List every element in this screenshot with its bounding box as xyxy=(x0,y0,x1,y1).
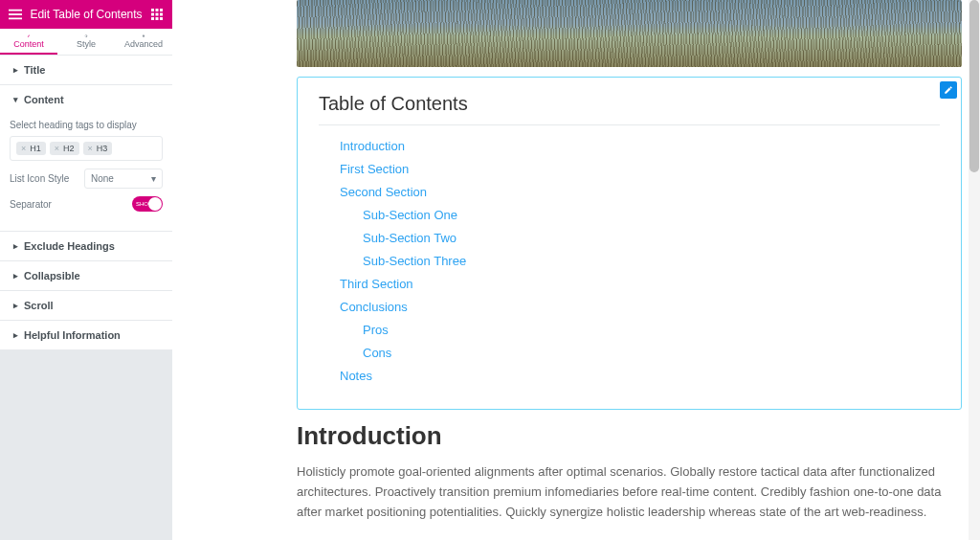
tag-h2[interactable]: ×H2 xyxy=(50,142,79,155)
edit-widget-icon[interactable] xyxy=(940,81,957,99)
accordion: ▸ Title ▾ Content Select heading tags to… xyxy=(0,56,172,350)
caret-right-icon: ▸ xyxy=(13,271,18,281)
section-label: Collapsible xyxy=(24,270,80,281)
heading-tags-label: Select heading tags to display xyxy=(10,120,163,130)
svg-rect-0 xyxy=(9,10,22,11)
toc-sublink[interactable]: Sub-Section Two xyxy=(363,231,457,245)
caret-right-icon: ▸ xyxy=(13,301,18,310)
toc-link[interactable]: Third Section xyxy=(340,277,413,291)
tab-label: Content xyxy=(13,39,44,49)
tag-remove-icon[interactable]: × xyxy=(55,144,59,153)
toc-divider xyxy=(319,124,940,125)
toc-link[interactable]: Notes xyxy=(340,369,372,383)
section-header[interactable]: ▸ Collapsible xyxy=(0,261,172,290)
section-header[interactable]: ▸ Helpful Information xyxy=(0,321,172,349)
scrollbar-thumb[interactable] xyxy=(969,0,979,172)
section-header[interactable]: ▸ Title xyxy=(0,56,172,84)
toc-title: Table of Contents xyxy=(319,93,940,115)
svg-rect-8 xyxy=(160,13,163,16)
section-scroll: ▸ Scroll xyxy=(0,291,172,321)
tab-style[interactable]: Style xyxy=(57,29,115,55)
apps-icon[interactable] xyxy=(149,7,165,22)
caret-down-icon: ▾ xyxy=(13,95,18,104)
section-label: Exclude Headings xyxy=(24,240,115,252)
svg-rect-4 xyxy=(156,9,159,11)
caret-right-icon: ▸ xyxy=(13,330,18,340)
section-collapsible: ▸ Collapsible xyxy=(0,261,172,291)
section-label: Title xyxy=(24,64,45,76)
tab-bar: Content Style Advanced xyxy=(0,29,172,56)
section-title: ▸ Title xyxy=(0,56,172,85)
heading-tags-input[interactable]: ×H1 ×H2 ×H3 xyxy=(10,136,163,161)
section-body: Select heading tags to display ×H1 ×H2 ×… xyxy=(0,114,172,231)
tab-content[interactable]: Content xyxy=(0,29,57,55)
section-help: ▸ Helpful Information xyxy=(0,321,172,350)
scrollbar[interactable] xyxy=(969,0,980,540)
section-header[interactable]: ▾ Content xyxy=(0,85,172,114)
svg-rect-3 xyxy=(151,9,154,11)
tag-remove-icon[interactable]: × xyxy=(88,144,93,153)
svg-rect-11 xyxy=(160,17,163,20)
toggle-knob xyxy=(148,197,162,211)
svg-rect-2 xyxy=(9,18,22,20)
tag-h3[interactable]: ×H3 xyxy=(83,142,113,155)
section-content: ▾ Content Select heading tags to display… xyxy=(0,85,172,232)
panel-title: Edit Table of Contents xyxy=(23,8,149,21)
sidebar: Edit Table of Contents Content Style Adv… xyxy=(0,0,172,540)
section-header[interactable]: ▸ Scroll xyxy=(0,291,172,320)
tab-label: Advanced xyxy=(124,39,163,49)
svg-rect-7 xyxy=(156,13,159,16)
svg-rect-9 xyxy=(151,17,154,20)
toc-link[interactable]: Introduction xyxy=(340,139,405,153)
article-paragraph: Holisticly promote goal-oriented alignme… xyxy=(297,462,962,522)
toc-sublink[interactable]: Sub-Section One xyxy=(363,208,457,222)
caret-right-icon: ▸ xyxy=(13,241,18,251)
article-heading: Introduction xyxy=(297,421,962,451)
toc-widget[interactable]: Table of Contents Introduction First Sec… xyxy=(297,77,962,410)
svg-rect-10 xyxy=(156,17,159,20)
article: Introduction Holisticly promote goal-ori… xyxy=(297,421,962,540)
preview-canvas: Table of Contents Introduction First Sec… xyxy=(172,0,980,540)
toc-sublink[interactable]: Pros xyxy=(363,323,389,337)
section-header[interactable]: ▸ Exclude Headings xyxy=(0,232,172,260)
chevron-down-icon: ▾ xyxy=(151,173,156,184)
separator-toggle[interactable]: Show xyxy=(132,196,163,212)
svg-rect-5 xyxy=(160,9,163,11)
section-label: Helpful Information xyxy=(24,329,121,341)
tab-advanced[interactable]: Advanced xyxy=(115,29,172,55)
caret-right-icon: ▸ xyxy=(13,65,18,75)
sidebar-header: Edit Table of Contents xyxy=(0,0,172,29)
section-label: Content xyxy=(24,94,64,105)
list-icon-select[interactable]: None ▾ xyxy=(84,169,163,189)
toc-link[interactable]: First Section xyxy=(340,162,409,176)
svg-rect-1 xyxy=(9,13,22,15)
article-paragraph: Energistically revolutionize excellent t… xyxy=(297,535,962,540)
section-label: Scroll xyxy=(24,300,54,311)
toc-list: Introduction First Section Second Sectio… xyxy=(319,139,940,383)
toc-link[interactable]: Conclusions xyxy=(340,300,408,314)
svg-rect-6 xyxy=(151,13,154,16)
tag-remove-icon[interactable]: × xyxy=(21,144,26,153)
list-icon-label: List Icon Style xyxy=(10,173,69,184)
separator-label: Separator xyxy=(10,199,52,210)
toc-link[interactable]: Second Section xyxy=(340,185,427,199)
section-exclude: ▸ Exclude Headings xyxy=(0,232,172,261)
toc-sublink[interactable]: Sub-Section Three xyxy=(363,254,466,268)
tag-h1[interactable]: ×H1 xyxy=(16,142,46,155)
tab-label: Style xyxy=(77,39,96,49)
hero-image xyxy=(297,0,962,67)
toc-sublink[interactable]: Cons xyxy=(363,346,391,360)
menu-icon[interactable] xyxy=(8,7,23,22)
